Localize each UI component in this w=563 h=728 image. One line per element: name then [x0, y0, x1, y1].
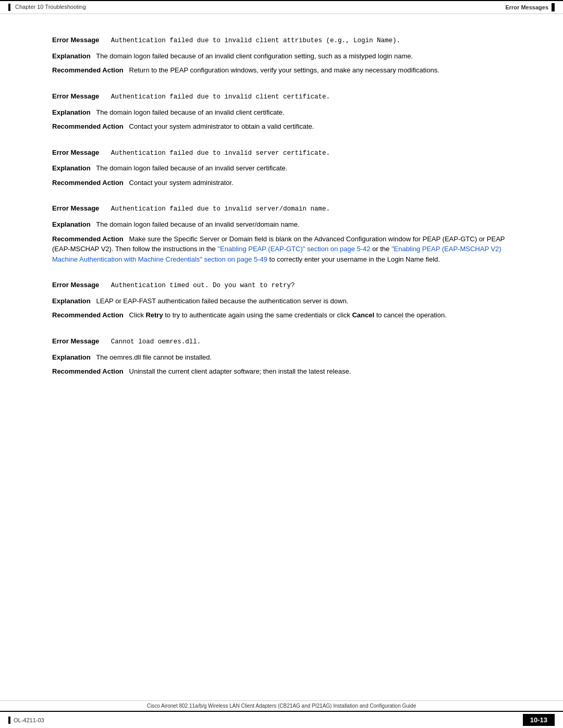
footer-doc-title: Cisco Aironet 802.11a/b/g Wireless LAN C…	[0, 700, 563, 711]
error-message-6: Error Message Cannot load oemres.dll.	[52, 336, 511, 347]
explanation-5: Explanation LEAP or EAP-FAST authenticat…	[52, 296, 511, 306]
recommended-text-2: Contact your system administrator to obt…	[129, 122, 314, 130]
recommended-5: Recommended Action Click Retry to try to…	[52, 310, 511, 320]
header-chapter-bar	[8, 4, 10, 11]
header-chapter: Chapter 10 Troubleshooting	[8, 4, 86, 11]
recommended-label-3: Recommended Action	[52, 179, 124, 187]
error-message-label-3: Error Message	[52, 149, 99, 156]
explanation-label-2: Explanation	[52, 108, 91, 116]
footer-page-number-text: 10-13	[530, 716, 547, 724]
error-message-label-5: Error Message	[52, 281, 99, 289]
error-message-1: Error Message Authentication failed due …	[52, 35, 511, 46]
recommended-2: Recommended Action Contact your system a…	[52, 121, 511, 132]
error-message-code-5: Authentication timed out. Do you want to…	[103, 282, 295, 289]
error-message-4: Error Message Authentication failed due …	[52, 203, 511, 214]
recommended-label-2: Recommended Action	[52, 122, 124, 130]
entry-auth-failed-client-cert: Error Message Authentication failed due …	[52, 91, 511, 132]
footer-left-bar	[8, 717, 10, 724]
error-message-label-2: Error Message	[52, 92, 99, 100]
recommended-text-3: Contact your system administrator.	[129, 179, 234, 187]
peap-eap-gtc-link[interactable]: "Enabling PEAP (EAP-GTC)" section on pag…	[217, 245, 370, 253]
footer-doc-title-text: Cisco Aironet 802.11a/b/g Wireless LAN C…	[147, 703, 416, 709]
error-message-label-1: Error Message	[52, 36, 99, 44]
error-message-code-6: Cannot load oemres.dll.	[103, 338, 201, 346]
header-section-text: Error Messages	[505, 4, 548, 10]
footer-page: OL-4211-03 10-13	[0, 711, 563, 728]
footer-doc-number-text: OL-4211-03	[14, 717, 44, 723]
explanation-label-4: Explanation	[52, 220, 91, 228]
recommended-text-1: Return to the PEAP configuration windows…	[129, 66, 439, 74]
explanation-label-3: Explanation	[52, 164, 91, 172]
error-message-code-1: Authentication failed due to invalid cli…	[103, 37, 400, 44]
recommended-4: Recommended Action Make sure the Specifi…	[52, 234, 511, 265]
explanation-text-2: The domain logon failed because of an in…	[96, 108, 284, 116]
recommended-label-5: Recommended Action	[52, 311, 124, 319]
error-message-5: Error Message Authentication timed out. …	[52, 280, 511, 291]
entry-auth-failed-client-attrs: Error Message Authentication failed due …	[52, 35, 511, 76]
explanation-label-5: Explanation	[52, 297, 91, 305]
recommended-text-5-before: Click	[129, 311, 146, 319]
error-message-label-4: Error Message	[52, 204, 99, 212]
footer: Cisco Aironet 802.11a/b/g Wireless LAN C…	[0, 700, 563, 728]
entry-auth-timed-out: Error Message Authentication timed out. …	[52, 280, 511, 320]
explanation-2: Explanation The domain logon failed beca…	[52, 107, 511, 118]
header-section: Error Messages	[505, 3, 555, 11]
explanation-label-1: Explanation	[52, 52, 91, 60]
recommended-6: Recommended Action Uninstall the current…	[52, 366, 511, 377]
recommended-label-4: Recommended Action	[52, 235, 124, 243]
main-content: Error Message Authentication failed due …	[0, 14, 563, 434]
recommended-text-4-middle: or the	[370, 245, 391, 253]
recommended-3: Recommended Action Contact your system a…	[52, 178, 511, 188]
explanation-label-6: Explanation	[52, 353, 91, 361]
error-message-code-3: Authentication failed due to invalid ser…	[103, 150, 330, 157]
header-chapter-text: Chapter 10 Troubleshooting	[15, 4, 86, 10]
entry-auth-failed-server-cert: Error Message Authentication failed due …	[52, 147, 511, 188]
entry-auth-failed-server-domain: Error Message Authentication failed due …	[52, 203, 511, 264]
recommended-text-4-after: to correctly enter your username in the …	[267, 255, 440, 263]
error-message-code-4: Authentication failed due to invalid ser…	[103, 205, 330, 213]
header-right-bar	[552, 3, 555, 11]
recommended-1: Recommended Action Return to the PEAP co…	[52, 65, 511, 76]
explanation-text-3: The domain logon failed because of an in…	[96, 164, 287, 172]
recommended-text-5-middle: to try to authenticate again using the s…	[163, 311, 352, 319]
error-message-code-2: Authentication failed due to invalid cli…	[103, 93, 330, 101]
error-message-3: Error Message Authentication failed due …	[52, 147, 511, 158]
error-message-label-6: Error Message	[52, 337, 99, 345]
recommended-text-6: Uninstall the current client adapter sof…	[129, 367, 351, 375]
footer-page-number: 10-13	[523, 714, 555, 726]
explanation-4: Explanation The domain logon failed beca…	[52, 219, 511, 230]
explanation-6: Explanation The oemres.dll file cannot b…	[52, 352, 511, 363]
entry-cannot-load-oemres: Error Message Cannot load oemres.dll. Ex…	[52, 336, 511, 377]
explanation-text-4: The domain logon failed because of an in…	[96, 220, 299, 228]
explanation-3: Explanation The domain logon failed beca…	[52, 163, 511, 174]
explanation-text-6: The oemres.dll file cannot be installed.	[96, 353, 212, 361]
recommended-label-6: Recommended Action	[52, 367, 124, 375]
explanation-1: Explanation The domain logon failed beca…	[52, 51, 511, 61]
recommended-text-5-after: to cancel the operation.	[374, 311, 447, 319]
explanation-text-5: LEAP or EAP-FAST authentication failed b…	[96, 297, 349, 305]
recommended-bold-cancel: Cancel	[352, 311, 374, 319]
recommended-bold-retry: Retry	[145, 311, 163, 319]
recommended-label-1: Recommended Action	[52, 66, 124, 74]
footer-doc-number: OL-4211-03	[8, 717, 44, 724]
explanation-text-1: The domain logon failed because of an in…	[96, 52, 413, 60]
header-bar: Chapter 10 Troubleshooting Error Message…	[0, 0, 563, 14]
error-message-2: Error Message Authentication failed due …	[52, 91, 511, 102]
